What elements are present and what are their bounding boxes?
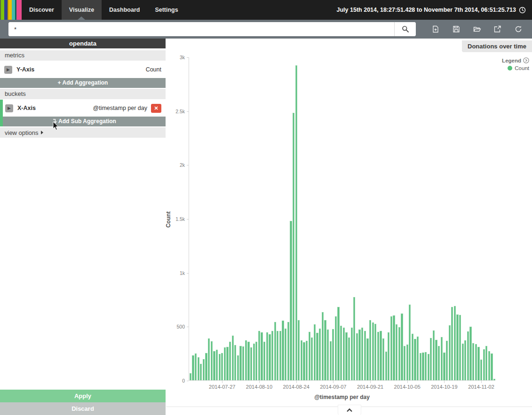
bar[interactable] [232, 336, 234, 380]
new-visualization-button[interactable] [425, 22, 446, 36]
bar[interactable] [435, 340, 437, 380]
nav-tab-discover[interactable]: Discover [22, 0, 62, 20]
bar[interactable] [420, 353, 421, 380]
bar[interactable] [374, 324, 376, 380]
bar[interactable] [401, 313, 403, 380]
add-sub-aggregation-button[interactable]: Add Sub Aggregation [0, 117, 166, 126]
bar[interactable] [216, 350, 218, 380]
add-aggregation-button[interactable]: + Add Aggregation [0, 78, 166, 88]
bar[interactable] [343, 328, 345, 380]
bar[interactable] [245, 340, 247, 380]
bar[interactable] [255, 342, 257, 380]
bar[interactable] [293, 113, 294, 380]
bar[interactable] [417, 337, 419, 380]
bar[interactable] [396, 324, 397, 380]
bar[interactable] [239, 346, 241, 380]
bar[interactable] [285, 329, 286, 380]
bar[interactable] [414, 339, 416, 380]
bar[interactable] [493, 379, 495, 380]
nav-tab-dashboard[interactable]: Dashboard [102, 0, 147, 20]
bar[interactable] [464, 340, 466, 380]
bar[interactable] [485, 346, 487, 380]
bar[interactable] [406, 345, 408, 380]
bar[interactable] [253, 344, 255, 380]
bar[interactable] [213, 351, 215, 380]
bar[interactable] [422, 352, 424, 380]
bar[interactable] [242, 346, 244, 380]
bar[interactable] [263, 342, 265, 380]
bar[interactable] [309, 332, 310, 380]
bar[interactable] [382, 338, 384, 380]
bar[interactable] [335, 316, 337, 380]
share-button[interactable] [487, 22, 508, 36]
search-input[interactable] [8, 22, 394, 36]
bar[interactable] [226, 347, 228, 380]
save-button[interactable] [446, 22, 467, 36]
bar[interactable] [433, 330, 435, 380]
bar[interactable] [203, 359, 205, 380]
bar[interactable] [358, 329, 360, 380]
bar[interactable] [364, 331, 366, 380]
y-axis-toggle-button[interactable]: ▶ [4, 66, 12, 74]
bar[interactable] [277, 331, 278, 380]
bar[interactable] [390, 316, 392, 380]
bar[interactable] [430, 338, 432, 380]
bar[interactable] [380, 331, 381, 380]
bar[interactable] [356, 333, 358, 380]
bar[interactable] [351, 328, 353, 380]
bar[interactable] [330, 341, 332, 380]
bar[interactable] [361, 328, 363, 380]
nav-tab-visualize[interactable]: Visualize [62, 0, 102, 20]
bar[interactable] [393, 315, 395, 380]
bar[interactable] [472, 343, 474, 380]
bar[interactable] [250, 347, 252, 380]
bar[interactable] [483, 349, 485, 380]
bar[interactable] [287, 322, 289, 380]
bar[interactable] [311, 337, 313, 380]
legend-item-count[interactable]: Count [502, 65, 529, 71]
bar[interactable] [303, 342, 305, 380]
bar[interactable] [369, 320, 371, 380]
bar[interactable] [205, 353, 207, 380]
bar[interactable] [237, 355, 239, 380]
discard-button[interactable]: Discard [0, 402, 166, 415]
bar[interactable] [198, 357, 199, 380]
open-button[interactable] [467, 22, 487, 36]
bar[interactable] [441, 337, 443, 380]
bar[interactable] [247, 342, 249, 380]
bar[interactable] [404, 346, 405, 380]
bar[interactable] [261, 332, 262, 380]
remove-x-axis-button[interactable]: ✕ [151, 104, 161, 113]
bar[interactable] [491, 353, 492, 380]
view-options-toggle[interactable]: view options [0, 127, 166, 138]
bar[interactable] [388, 332, 389, 380]
bar[interactable] [298, 320, 300, 380]
bar[interactable] [462, 344, 464, 380]
bar[interactable] [353, 297, 355, 380]
bar[interactable] [428, 354, 429, 380]
bar[interactable] [438, 346, 440, 380]
bar[interactable] [366, 338, 368, 380]
bar[interactable] [266, 332, 268, 380]
bar[interactable] [345, 332, 347, 380]
bar[interactable] [271, 331, 273, 380]
bar[interactable] [319, 329, 321, 380]
bar[interactable] [314, 324, 316, 380]
bar[interactable] [488, 351, 490, 380]
bar[interactable] [467, 331, 469, 380]
apply-button[interactable]: Apply [0, 390, 166, 402]
bar[interactable] [372, 322, 374, 380]
bar[interactable] [190, 373, 191, 380]
bar[interactable] [195, 353, 197, 380]
bar[interactable] [332, 329, 334, 380]
bar[interactable] [301, 340, 302, 380]
bar[interactable] [348, 337, 350, 380]
bar[interactable] [269, 334, 270, 380]
bar[interactable] [446, 341, 448, 380]
bar[interactable] [454, 306, 456, 380]
bar[interactable] [449, 325, 451, 380]
bar[interactable] [480, 360, 482, 380]
bar[interactable] [316, 333, 318, 380]
bar[interactable] [224, 347, 226, 380]
x-axis-toggle-button[interactable]: ▶ [5, 104, 13, 112]
